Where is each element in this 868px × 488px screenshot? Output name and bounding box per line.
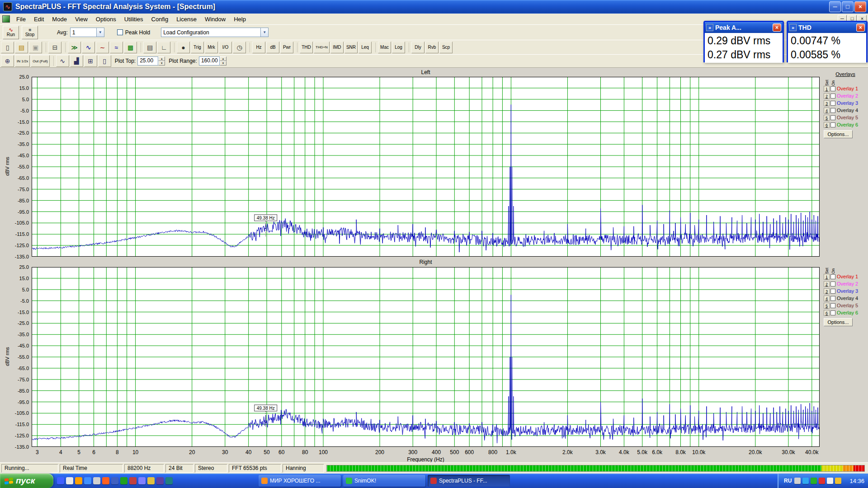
overlay-on-checkbox-3[interactable]: [830, 289, 835, 294]
hz-button[interactable]: Hz: [252, 42, 265, 53]
overlay-set-button-3[interactable]: 3: [824, 288, 830, 294]
plot-top-input[interactable]: 25.00: [137, 56, 158, 66]
menu-license[interactable]: License: [172, 16, 201, 23]
leq-button[interactable]: Leq: [359, 42, 372, 53]
io-button[interactable]: I/O: [219, 42, 232, 53]
dropdown-arrow-icon[interactable]: ▼: [96, 28, 104, 37]
overlay-on-checkbox-3[interactable]: [830, 101, 835, 106]
overlay-on-checkbox-5[interactable]: [830, 303, 835, 308]
overlay-set-button-6[interactable]: 6: [824, 122, 830, 128]
overlay-options-button[interactable]: Options...: [824, 318, 853, 326]
overlay-on-checkbox-6[interactable]: [830, 310, 835, 315]
quick-launch-icon-8[interactable]: [120, 477, 127, 484]
time-series-icon[interactable]: ∼: [96, 42, 109, 53]
overlay-options-button[interactable]: Options...: [824, 130, 853, 138]
taskbar-task-2[interactable]: SnimOK!: [343, 475, 425, 487]
zoom-wave-icon[interactable]: ∿: [82, 42, 95, 53]
taskbar-task-1[interactable]: МИР ХОРОШЕГО ...: [259, 475, 341, 487]
open-file-icon[interactable]: ▤: [15, 42, 28, 53]
quick-launch-icon-3[interactable]: [75, 477, 82, 484]
overlay-set-button-1[interactable]: 1: [824, 86, 830, 92]
quick-launch-icon-7[interactable]: [111, 477, 118, 484]
peak-window-titlebar[interactable]: » Peak A... ×: [705, 22, 783, 33]
spectrum-plot-right[interactable]: 49.38 Hz: [32, 267, 820, 447]
pwr-button[interactable]: Pwr: [280, 42, 293, 53]
collapse-icon[interactable]: »: [789, 24, 797, 31]
overlay-on-checkbox-5[interactable]: [830, 115, 835, 120]
overlay-on-checkbox-1[interactable]: [830, 86, 835, 91]
overlay-set-button-1[interactable]: 1: [824, 274, 830, 280]
plot-top-down-button[interactable]: ▼: [158, 61, 165, 66]
overlay-on-checkbox-6[interactable]: [830, 122, 835, 127]
overlays-title[interactable]: Overlays: [824, 71, 867, 77]
menu-view[interactable]: View: [71, 16, 92, 23]
rvb-button[interactable]: Rvb: [425, 42, 439, 53]
avg-dropdown[interactable]: 1 ▼: [70, 28, 104, 37]
dual-trace-icon[interactable]: ≈: [110, 42, 123, 53]
clock[interactable]: 14:36: [849, 478, 864, 484]
overlay-on-checkbox-2[interactable]: [830, 94, 835, 99]
spectrum-plot-left[interactable]: 49.38 Hz: [32, 77, 820, 257]
tray-icon-2[interactable]: [802, 478, 809, 484]
tray-icon-6[interactable]: [835, 478, 841, 484]
zoom-out-full-button[interactable]: Out (Full): [31, 55, 49, 67]
peak-window-close-button[interactable]: ×: [773, 23, 781, 32]
quick-launch-icon-12[interactable]: [156, 477, 164, 484]
quick-launch-icon-5[interactable]: [93, 477, 100, 484]
grid-options-icon[interactable]: ⊞: [84, 55, 97, 67]
run-button[interactable]: ∿ Run: [3, 26, 19, 39]
quick-launch-icon-6[interactable]: [102, 477, 109, 484]
maximize-button[interactable]: □: [842, 1, 854, 12]
thdn-button[interactable]: THD+N: [314, 42, 330, 53]
thd-window-titlebar[interactable]: » THD ×: [788, 22, 866, 33]
quick-launch-icon-2[interactable]: [66, 477, 73, 484]
trig-button[interactable]: Trig: [191, 42, 204, 53]
close-button[interactable]: ×: [854, 1, 866, 12]
mac-button[interactable]: Mac: [378, 42, 391, 53]
plot-range-down-button[interactable]: ▼: [220, 61, 226, 66]
spectrogram-icon[interactable]: ▩: [124, 42, 137, 53]
zoom-in-2x-button[interactable]: IN 1/2x: [15, 55, 30, 67]
overlay-on-checkbox-4[interactable]: [830, 108, 835, 113]
mdi-child-icon[interactable]: [2, 15, 10, 23]
fast-forward-icon[interactable]: ≫: [68, 42, 81, 53]
ruler-icon[interactable]: ▯: [98, 55, 111, 67]
thd-button[interactable]: THD: [300, 42, 313, 53]
new-file-icon[interactable]: ▯: [1, 42, 14, 53]
scp-button[interactable]: Scp: [439, 42, 453, 53]
log-button[interactable]: Log: [392, 42, 405, 53]
quick-launch-icon-4[interactable]: [84, 477, 91, 484]
overlay-set-button-5[interactable]: 5: [824, 115, 830, 121]
plot-range-input[interactable]: 160.00: [199, 56, 220, 66]
language-indicator[interactable]: RU: [784, 478, 792, 484]
quick-launch-icon-9[interactable]: [129, 477, 137, 484]
tray-icon-1[interactable]: [794, 478, 801, 484]
utility-icon[interactable]: ●: [177, 42, 190, 53]
list-view-icon[interactable]: ▤: [143, 42, 156, 53]
menu-window[interactable]: Window: [201, 16, 230, 23]
axes-icon[interactable]: ∟: [157, 42, 170, 53]
tray-icon-4[interactable]: [819, 478, 825, 484]
minimize-button[interactable]: ─: [829, 1, 841, 12]
db-button[interactable]: dB: [266, 42, 279, 53]
overlay-on-checkbox-2[interactable]: [830, 282, 835, 286]
zoom-in-icon[interactable]: ⊕: [1, 55, 14, 67]
plot-range-up-button[interactable]: ▲: [220, 56, 226, 61]
quick-launch-icon-1[interactable]: [57, 477, 64, 484]
overlay-set-button-4[interactable]: 4: [824, 296, 830, 301]
stop-button[interactable]: ■ Stop: [22, 26, 38, 39]
taskbar-task-3[interactable]: SpectraPLUS - FF...: [428, 475, 510, 487]
overlay-set-button-3[interactable]: 3: [824, 100, 830, 106]
filter-curve-icon[interactable]: ∿: [56, 55, 69, 67]
print-icon[interactable]: ⊟: [48, 42, 61, 53]
overlay-set-button-5[interactable]: 5: [824, 303, 830, 309]
overlay-set-button-4[interactable]: 4: [824, 108, 830, 113]
menu-mode[interactable]: Mode: [48, 16, 71, 23]
quick-launch-icon-11[interactable]: [147, 477, 155, 484]
timer-icon[interactable]: ◷: [233, 42, 246, 53]
overlay-set-button-2[interactable]: 2: [824, 93, 830, 99]
dly-button[interactable]: Dly: [411, 42, 425, 53]
dropdown-arrow-icon[interactable]: ▼: [260, 28, 268, 37]
overlay-on-checkbox-1[interactable]: [830, 274, 835, 279]
imd-button[interactable]: IMD: [330, 42, 344, 53]
